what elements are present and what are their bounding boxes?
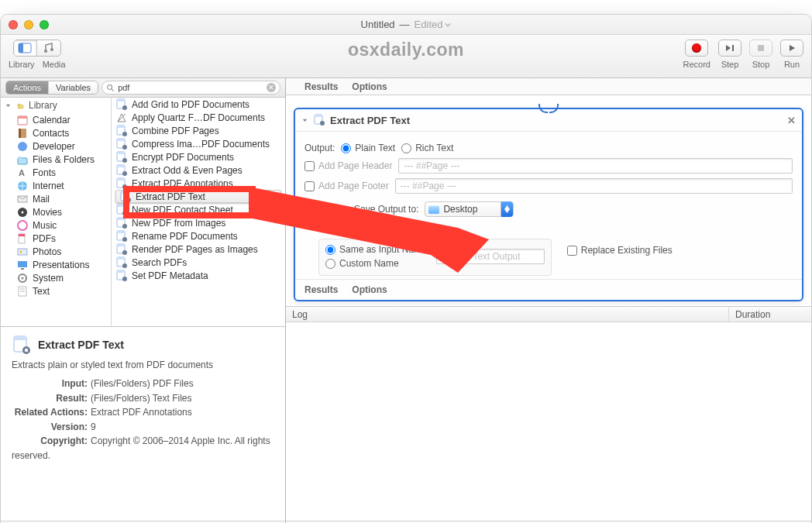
action-item[interactable]: Rename PDF Documents — [112, 229, 285, 243]
play-icon — [787, 43, 797, 53]
actions-search-field[interactable]: ✕ — [102, 81, 280, 95]
action-item[interactable]: Compress Ima…PDF Documents — [112, 137, 285, 150]
workflow-area[interactable]: Extract PDF Text ✕ Output: Plain Text Ri… — [286, 95, 811, 306]
media-toggle[interactable] — [37, 40, 60, 56]
svg-rect-62 — [117, 231, 125, 233]
action-item[interactable]: Search PDFs — [112, 256, 285, 269]
zoom-window-button[interactable] — [40, 20, 49, 29]
step-button[interactable] — [718, 40, 741, 57]
tab-options-top[interactable]: Options — [352, 81, 387, 92]
tab-variables[interactable]: Variables — [49, 81, 98, 94]
action-item[interactable]: Set PDF Metadata — [112, 269, 285, 282]
action-item[interactable]: Extract PDF Annotations — [112, 177, 285, 190]
log-column-log[interactable]: Log — [286, 307, 729, 322]
category-item[interactable]: Contacts — [5, 126, 111, 139]
action-item[interactable]: Encrypt PDF Documents — [112, 150, 285, 163]
action-card-extract-pdf-text[interactable]: Extract PDF Text ✕ Output: Plain Text Ri… — [294, 108, 803, 301]
action-item-icon — [115, 138, 128, 150]
clear-search-button[interactable]: ✕ — [267, 83, 276, 92]
action-item[interactable]: Render PDF Pages as Images — [112, 243, 285, 256]
category-item[interactable]: Text — [5, 284, 111, 298]
radio-rich-text[interactable]: Rich Text — [401, 143, 453, 153]
folder-icon — [428, 203, 440, 215]
card-foot-results[interactable]: Results — [304, 284, 338, 295]
header-field[interactable]: --- ##Page --- — [398, 158, 793, 174]
category-item[interactable]: Internet — [5, 179, 111, 192]
actions-list[interactable]: Add Grid to PDF DocumentsApply Quartz F…… — [112, 98, 285, 326]
chevron-down-icon[interactable] — [301, 117, 308, 124]
svg-rect-68 — [117, 257, 125, 260]
svg-rect-1 — [19, 43, 23, 53]
record-label: Record — [683, 60, 710, 69]
footer-field[interactable]: --- ##Page --- — [395, 178, 793, 194]
save-to-popup[interactable]: Desktop — [425, 201, 514, 217]
action-item[interactable]: Extract Odd & Even Pages — [112, 163, 285, 177]
document-edited-menu[interactable]: Edited — [415, 19, 452, 30]
category-item[interactable]: Movies — [5, 205, 111, 218]
radio-plain-text[interactable]: Plain Text — [341, 143, 395, 153]
record-button[interactable] — [685, 40, 708, 57]
card-foot-options[interactable]: Options — [352, 284, 387, 295]
svg-rect-53 — [121, 191, 129, 194]
library-categories[interactable]: Library CalendarContactsDeveloperFiles &… — [1, 98, 112, 326]
output-filename-label: Output File Name: — [318, 223, 793, 234]
category-icon — [16, 127, 29, 139]
action-item-icon — [115, 151, 128, 163]
svg-rect-9 — [18, 104, 20, 105]
svg-rect-47 — [117, 165, 125, 167]
svg-rect-56 — [117, 205, 125, 207]
minimize-window-button[interactable] — [24, 20, 33, 29]
svg-point-54 — [126, 198, 131, 202]
category-item[interactable]: AFonts — [5, 166, 111, 179]
category-item[interactable]: System — [5, 271, 111, 284]
category-icon — [16, 219, 29, 232]
action-item-icon — [115, 256, 128, 269]
workflow-input-tabs: Results Options — [286, 78, 811, 95]
category-item[interactable]: Developer — [5, 139, 111, 153]
svg-rect-89 — [315, 115, 322, 117]
remove-action-button[interactable]: ✕ — [787, 115, 796, 126]
tab-actions[interactable]: Actions — [6, 81, 49, 94]
library-icon — [14, 99, 26, 112]
run-button[interactable] — [780, 40, 803, 57]
category-item[interactable]: Calendar — [5, 113, 111, 126]
radio-custom-name[interactable]: Custom Name — [325, 258, 427, 269]
step-icon — [724, 43, 735, 53]
log-table: Log Duration — [286, 306, 811, 521]
category-item[interactable]: Presentations — [5, 258, 111, 271]
library-toggle[interactable] — [14, 40, 37, 56]
radio-same-as-input[interactable]: Same as Input Name — [325, 244, 427, 255]
action-item[interactable]: Combine PDF Pages — [112, 124, 285, 137]
stop-button[interactable] — [749, 40, 772, 57]
svg-rect-11 — [18, 116, 27, 119]
log-column-duration[interactable]: Duration — [729, 307, 811, 322]
titlebar: Untitled — Edited — [1, 15, 811, 35]
close-window-button[interactable] — [9, 20, 18, 29]
action-item-icon — [115, 112, 128, 124]
svg-point-21 — [22, 211, 24, 213]
category-item[interactable]: Files & Folders — [5, 153, 111, 166]
checkbox-replace-existing[interactable]: Replace Existing Files — [567, 245, 673, 256]
category-item[interactable]: Mail — [5, 192, 111, 205]
library-panel-header: Actions Variables ✕ — [1, 78, 285, 98]
action-item[interactable]: New PDF from Images — [112, 216, 285, 229]
action-item[interactable]: New PDF Contact Sheet — [112, 203, 285, 216]
library-root-toggle[interactable]: Library — [5, 98, 111, 113]
action-item[interactable]: Add Grid to PDF Documents — [112, 98, 285, 111]
svg-point-57 — [122, 211, 127, 215]
checkbox-add-header[interactable]: Add Page Header — [304, 160, 392, 171]
svg-rect-44 — [117, 152, 125, 154]
svg-rect-4 — [732, 45, 734, 51]
category-icon — [16, 272, 29, 284]
category-item[interactable]: PDFs — [5, 232, 111, 245]
search-input[interactable] — [115, 83, 267, 92]
category-item[interactable]: Music — [5, 218, 111, 232]
category-item[interactable]: Photos — [5, 245, 111, 258]
action-item[interactable]: Extract PDF Text — [112, 190, 285, 203]
action-item-icon — [115, 125, 128, 137]
custom-name-field[interactable]: Extract Text Output — [436, 249, 545, 264]
tab-results-top[interactable]: Results — [304, 81, 338, 92]
action-item[interactable]: Apply Quartz F…DF Documents — [112, 111, 285, 124]
checkbox-add-footer[interactable]: Add Page Footer — [304, 181, 389, 191]
svg-point-36 — [122, 105, 127, 110]
